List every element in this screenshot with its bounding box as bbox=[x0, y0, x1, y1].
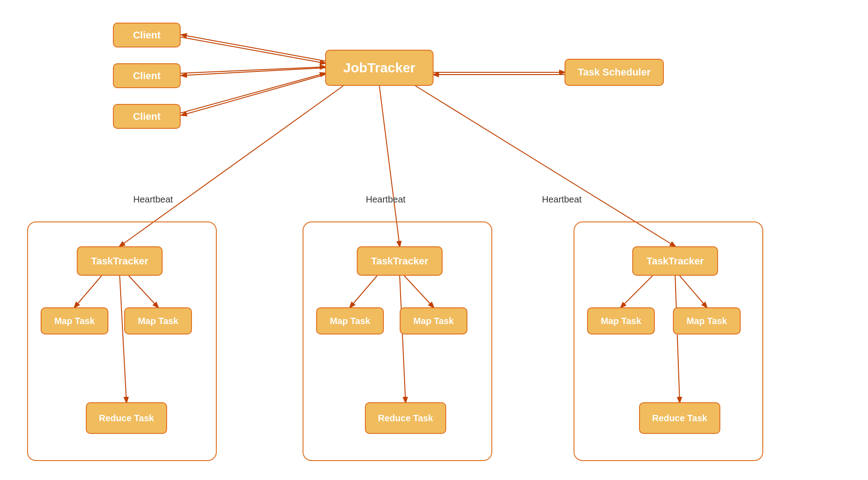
maptask-2a-node: Map Task bbox=[316, 307, 384, 334]
client-2-node: Client bbox=[113, 63, 181, 88]
heartbeat-label-3: Heartbeat bbox=[542, 194, 582, 205]
svg-line-4 bbox=[182, 75, 325, 115]
svg-line-3 bbox=[181, 67, 325, 73]
svg-line-1 bbox=[181, 37, 325, 63]
maptask-1a-node: Map Task bbox=[41, 307, 108, 334]
jobtracker-node: JobTracker bbox=[325, 50, 434, 86]
svg-line-5 bbox=[181, 73, 325, 113]
svg-line-2 bbox=[182, 68, 325, 75]
tasktracker-1-node: TaskTracker bbox=[77, 246, 163, 276]
task-scheduler-node: Task Scheduler bbox=[565, 59, 664, 86]
tasktracker-2-node: TaskTracker bbox=[357, 246, 443, 276]
heartbeat-label-1: Heartbeat bbox=[133, 194, 173, 205]
reducetask-2-node: Reduce Task bbox=[365, 402, 446, 434]
maptask-3a-node: Map Task bbox=[587, 307, 655, 334]
svg-line-0 bbox=[182, 35, 325, 61]
maptask-3b-node: Map Task bbox=[673, 307, 741, 334]
reducetask-3-node: Reduce Task bbox=[639, 402, 720, 434]
diagram: JobTracker Task Scheduler Client Client … bbox=[0, 0, 868, 480]
maptask-2b-node: Map Task bbox=[400, 307, 467, 334]
maptask-1b-node: Map Task bbox=[124, 307, 192, 334]
tasktracker-3-node: TaskTracker bbox=[632, 246, 718, 276]
client-1-node: Client bbox=[113, 23, 181, 47]
client-3-node: Client bbox=[113, 104, 181, 129]
reducetask-1-node: Reduce Task bbox=[86, 402, 167, 434]
heartbeat-label-2: Heartbeat bbox=[366, 194, 406, 205]
